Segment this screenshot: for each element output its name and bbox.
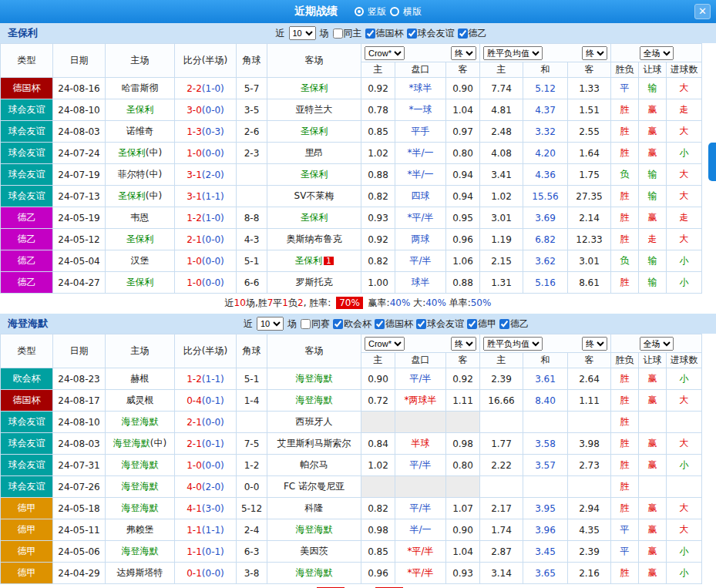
recent-count-select[interactable]: 10 (257, 317, 284, 331)
league-filter[interactable]: 欧会杯 (333, 318, 371, 331)
away-team-cell: 圣保利 (267, 164, 361, 186)
odds-company-select[interactable]: Crow* (365, 337, 405, 351)
halftime-score: (0-1) (202, 395, 224, 406)
summary-text: 负 (288, 297, 297, 310)
date-cell: 24-08-10 (53, 412, 106, 433)
side-panel-handle-icon[interactable] (708, 143, 716, 181)
team-text: SV不莱梅 (294, 190, 334, 201)
league-filter-checkbox[interactable] (375, 319, 385, 329)
scope-select[interactable]: 全场 (640, 46, 674, 60)
away-odds-cell: 0.95 (446, 207, 480, 229)
fulltime-score: 4-0 (187, 482, 202, 492)
league-filter-checkbox[interactable] (407, 29, 417, 39)
league-cell: 德乙 (1, 229, 53, 250)
halftime-score: (0-0) (202, 568, 224, 579)
handicap-line-cell: 四球 (395, 186, 446, 207)
radio-vertical-label[interactable]: 竖版 (368, 5, 386, 18)
league-filter[interactable]: 德国杯 (365, 27, 404, 40)
radio-horizontal-label[interactable]: 横版 (403, 5, 422, 18)
recent-count-select[interactable]: 10 (289, 26, 316, 40)
league-filter[interactable]: 德乙 (458, 27, 487, 40)
avg-away-cell: 8.61 (568, 272, 611, 294)
away-team-cell: 罗斯托克 (267, 272, 361, 294)
league-filter-checkbox[interactable] (416, 319, 426, 329)
result-goals-cell: 大 (667, 498, 702, 519)
away-odds-cell: 0.90 (446, 78, 480, 99)
match-row: 德国杯24-08-17威灵根0-4(0-1)1-4海登海默0.72*两球半1.1… (1, 390, 702, 412)
layout-radio-group: 竖版 横版 (355, 5, 422, 18)
league-filter-checkbox[interactable] (333, 319, 343, 329)
result-goals-cell: 大 (667, 164, 702, 186)
result-wdl-cell: 平 (611, 541, 639, 563)
away-team-cell: 奥斯纳布鲁克 (267, 229, 361, 250)
corner-cell: 5-12 (237, 498, 267, 519)
same-filter-checkbox[interactable] (333, 29, 343, 39)
league-filter-checkbox[interactable] (458, 29, 468, 39)
avg-type-select[interactable]: 胜平负均值 (483, 337, 543, 351)
away-team-cell: 海登海默 (267, 519, 361, 541)
league-filter-checkbox[interactable] (467, 319, 477, 329)
summary-bar (0, 584, 716, 588)
games-label: 场 (287, 318, 297, 331)
avg-home-cell: 3.14 (480, 563, 523, 584)
close-icon[interactable]: ✕ (694, 4, 711, 19)
handicap-line-cell: 平/半 (395, 455, 446, 476)
league-filter[interactable]: 球会友谊 (416, 318, 464, 331)
fulltime-score: 2-2 (187, 83, 202, 94)
result-handicap-cell: 赢 (639, 433, 667, 455)
summary-text: 场,胜 (246, 297, 267, 310)
radio-horizontal-icon[interactable] (390, 7, 399, 16)
col-header-wdl: 胜负 (611, 353, 639, 368)
home-odds-cell: 0.93 (361, 207, 395, 229)
summary-text: 单率: (446, 297, 471, 310)
away-team-cell: 海登海默 (267, 368, 361, 390)
league-filter[interactable]: 德国杯 (375, 318, 413, 331)
corner-cell: 4-3 (237, 229, 267, 250)
date-cell: 24-08-23 (53, 368, 106, 390)
handicap-line-cell: 平/半 (395, 250, 446, 272)
avg-draw-cell: 5.16 (523, 272, 568, 294)
avg-home-cell: 16.66 (480, 390, 523, 412)
odds-time-select[interactable]: 终 (451, 46, 476, 60)
league-filter[interactable]: 德乙 (499, 318, 529, 331)
away-team-cell: 帕尔马 (267, 455, 361, 476)
scope-select[interactable]: 全场 (640, 337, 674, 351)
same-filter[interactable]: 同赛 (301, 318, 330, 331)
odds-time-select[interactable]: 终 (451, 337, 476, 351)
fulltime-score: 3-1 (187, 191, 202, 202)
league-filter-label: 德乙 (510, 318, 529, 331)
same-filter[interactable]: 同主 (333, 27, 362, 40)
away-team-cell: 美因茨 (267, 541, 361, 563)
result-wdl-cell: 胜 (611, 412, 639, 433)
league-filter-checkbox[interactable] (499, 319, 509, 329)
avg-type-select[interactable]: 胜平负均值 (483, 46, 543, 60)
radio-vertical-icon[interactable] (355, 7, 364, 16)
home-odds-cell: 0.98 (361, 519, 395, 541)
score-cell: 1-0(0-0) (175, 250, 237, 272)
league-filter[interactable]: 球会友谊 (407, 27, 455, 40)
avg-group-header: 胜平负均值 终 (480, 334, 611, 353)
league-filter[interactable]: 德甲 (467, 318, 496, 331)
odds-group-header: Crow* 终 (361, 334, 480, 353)
fulltime-score: 1-1 (187, 525, 202, 536)
team-text: 圣保利 (118, 190, 146, 201)
away-odds-cell: 0.80 (446, 455, 480, 476)
odds-company-select[interactable]: Crow* (365, 46, 405, 60)
avg-draw-cell: 3.69 (523, 207, 568, 229)
home-team-cell: 威灵根 (106, 390, 175, 412)
avg-home-cell: 1.02 (480, 186, 523, 207)
halftime-score: (1-1) (202, 374, 224, 385)
same-filter-checkbox[interactable] (301, 319, 311, 329)
match-row: 德乙24-05-12圣保利2-1(0-0)4-3奥斯纳布鲁克0.92两球0.96… (1, 229, 702, 250)
team-text: 圣保利 (126, 104, 154, 115)
avg-time-select[interactable]: 终 (582, 337, 607, 351)
avg-time-select[interactable]: 终 (582, 46, 607, 60)
result-wdl-cell: 胜 (611, 390, 639, 412)
titlebar: 近期战绩 竖版 横版 ✕ (0, 0, 716, 23)
date-cell: 24-08-16 (53, 78, 106, 99)
halftime-score: (3-0) (202, 503, 224, 514)
match-row: 球会友谊24-08-10海登海默2-1(0-0)西班牙人胜 (1, 412, 702, 433)
league-filter-checkbox[interactable] (365, 29, 375, 39)
rank-badge: 1 (324, 257, 333, 265)
home-odds-cell: 1.00 (361, 272, 395, 294)
